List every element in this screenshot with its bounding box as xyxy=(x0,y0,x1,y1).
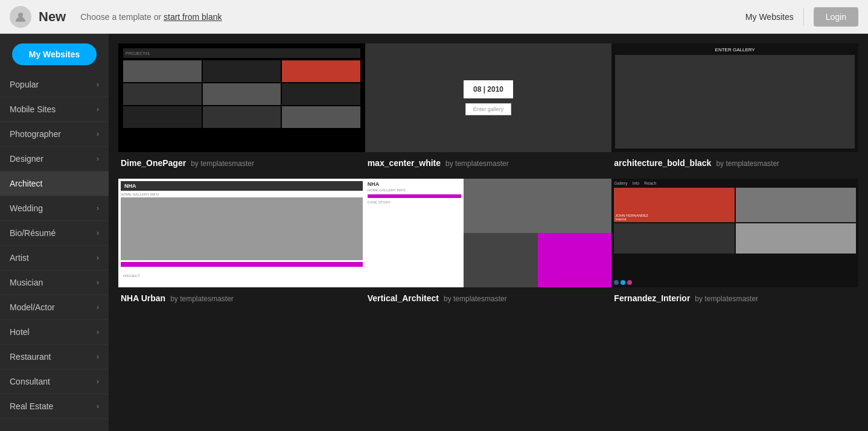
sidebar-item-mobile-sites[interactable]: Mobile Sites › xyxy=(0,97,109,122)
templates-grid: PROJECT#1 Dime_OnePager xyxy=(118,43,858,314)
my-websites-header-link[interactable]: My Websites xyxy=(745,12,794,22)
vert-pink-bar xyxy=(368,194,461,198)
sidebar-item-hotel[interactable]: Hotel › xyxy=(0,320,109,345)
photo-cell xyxy=(203,106,281,128)
photo-cell xyxy=(123,60,202,82)
sidebar-item-designer[interactable]: Designer › xyxy=(0,147,109,171)
header-divider xyxy=(803,8,804,26)
chevron-right-icon: › xyxy=(97,204,99,212)
template-card-dime[interactable]: PROJECT#1 Dime_OnePager xyxy=(118,43,365,174)
sidebar-item-wedding[interactable]: Wedding › xyxy=(0,196,109,221)
sidebar: My Websites Popular › Mobile Sites › Pho… xyxy=(0,34,109,431)
template-name: max_center_white xyxy=(368,158,441,168)
twitter-icon xyxy=(621,280,625,285)
fern-nav: Gallery Info Reach xyxy=(614,181,856,185)
fern-social xyxy=(614,280,856,285)
arch-body xyxy=(615,55,855,148)
template-card-arch[interactable]: ENTER GALLERY architecture_bold_black by… xyxy=(611,43,858,174)
vert-top-image xyxy=(464,179,611,233)
photo-cell xyxy=(282,83,360,105)
template-author: by templatesmaster xyxy=(695,295,758,303)
my-websites-sidebar-button[interactable]: My Websites xyxy=(12,43,97,65)
template-card-fernandez[interactable]: Gallery Info Reach JOHN FERNANDEZInterio… xyxy=(611,179,858,309)
vert-case: CASE STUDY xyxy=(368,200,461,204)
page-title: New xyxy=(39,9,66,25)
template-card-vertical[interactable]: NHA HOME GALLERY INFO CASE STUDY xyxy=(365,179,612,309)
nha-footer xyxy=(121,262,363,267)
template-author: by templatesmaster xyxy=(444,295,507,303)
template-name: Dime_OnePager xyxy=(121,158,186,168)
chevron-right-icon: › xyxy=(97,303,99,311)
template-info-vertical: Vertical_Architect by templatesmaster xyxy=(365,287,612,309)
instagram-icon xyxy=(627,280,632,285)
chevron-right-icon: › xyxy=(97,155,99,163)
chevron-right-icon: › xyxy=(97,254,99,262)
sidebar-item-architect[interactable]: Architect xyxy=(0,171,109,196)
template-thumbnail-vertical: NHA HOME GALLERY INFO CASE STUDY xyxy=(365,179,612,287)
photo-cell xyxy=(203,83,281,105)
facebook-icon xyxy=(614,280,619,285)
chevron-right-icon: › xyxy=(97,402,99,410)
photo-cell xyxy=(123,83,202,105)
template-info-fernandez: Fernandez_Interior by templatesmaster xyxy=(611,287,858,309)
thumb-header-dime: PROJECT#1 xyxy=(123,48,360,58)
chevron-right-icon: › xyxy=(97,229,99,237)
sidebar-item-popular[interactable]: Popular › xyxy=(0,72,109,97)
template-thumbnail-fernandez: Gallery Info Reach JOHN FERNANDEZInterio… xyxy=(611,179,858,287)
fern-cell xyxy=(736,188,856,222)
nha-bottom: PROJECT xyxy=(121,267,363,285)
chevron-right-icon: › xyxy=(97,328,99,336)
vert-nha: NHA xyxy=(368,181,461,187)
sidebar-item-musician[interactable]: Musician › xyxy=(0,270,109,295)
nha-header: NHA xyxy=(121,181,363,191)
photo-grid-dime xyxy=(123,60,360,128)
template-info-arch: architecture_bold_black by templatesmast… xyxy=(611,152,858,174)
vert-left: NHA HOME GALLERY INFO CASE STUDY xyxy=(365,179,464,287)
sidebar-item-real-estate[interactable]: Real Estate › xyxy=(0,394,109,419)
template-author: by templatesmaster xyxy=(445,159,509,168)
layout: My Websites Popular › Mobile Sites › Pho… xyxy=(0,34,868,431)
subtitle: Choose a template or start from blank xyxy=(80,12,745,22)
sidebar-item-consultant[interactable]: Consultant › xyxy=(0,369,109,394)
sidebar-item-model-actor[interactable]: Model/Actor › xyxy=(0,295,109,320)
template-thumbnail-max: 08 | 2010 Enter gallery xyxy=(365,43,612,152)
template-thumbnail-arch: ENTER GALLERY xyxy=(611,43,858,152)
fern-cell: JOHN FERNANDEZInterior xyxy=(614,188,734,222)
header: New Choose a template or start from blan… xyxy=(0,0,868,34)
arch-title: ENTER GALLERY xyxy=(615,47,855,53)
nha-body xyxy=(121,197,363,260)
vert-nav: HOME GALLERY INFO xyxy=(368,188,461,192)
login-button[interactable]: Login xyxy=(814,7,858,27)
template-author: by templatesmaster xyxy=(191,159,254,168)
sidebar-item-restaurant[interactable]: Restaurant › xyxy=(0,345,109,369)
template-name: Vertical_Architect xyxy=(368,293,439,303)
sidebar-item-artist[interactable]: Artist › xyxy=(0,246,109,270)
fern-cell xyxy=(736,223,856,254)
template-info-max: max_center_white by templatesmaster xyxy=(365,152,612,174)
chevron-right-icon: › xyxy=(97,80,99,89)
nha-nav: HOME GALLERY INFO xyxy=(121,193,363,196)
start-from-blank-link[interactable]: start from blank xyxy=(164,12,222,22)
template-info-nha: NHA Urban by templatesmaster xyxy=(118,287,365,309)
template-thumbnail-dime: PROJECT#1 xyxy=(118,43,365,152)
template-info-dime: Dime_OnePager by templatesmaster xyxy=(118,152,365,174)
template-card-max[interactable]: 08 | 2010 Enter gallery max_center_white… xyxy=(365,43,612,174)
date-box: 08 | 2010 xyxy=(464,80,513,98)
chevron-right-icon: › xyxy=(97,105,99,113)
main-content: PROJECT#1 Dime_OnePager xyxy=(109,34,868,431)
photo-cell xyxy=(282,60,360,82)
template-card-nha[interactable]: NHA HOME GALLERY INFO PROJECT NHA Urban … xyxy=(118,179,365,309)
sidebar-item-bio-resume[interactable]: Bio/Résumé › xyxy=(0,221,109,246)
sidebar-item-photographer[interactable]: Photographer › xyxy=(0,122,109,147)
template-name: NHA Urban xyxy=(121,293,165,303)
header-right: My Websites Login xyxy=(745,7,858,27)
photo-cell xyxy=(123,106,202,128)
template-name: Fernandez_Interior xyxy=(614,293,690,303)
vert-right xyxy=(464,179,611,287)
template-author: by templatesmaster xyxy=(716,159,779,168)
avatar xyxy=(10,6,31,28)
fern-cell xyxy=(614,223,734,254)
chevron-right-icon: › xyxy=(97,130,99,138)
template-author: by templatesmaster xyxy=(170,295,234,303)
template-name: architecture_bold_black xyxy=(614,158,711,168)
